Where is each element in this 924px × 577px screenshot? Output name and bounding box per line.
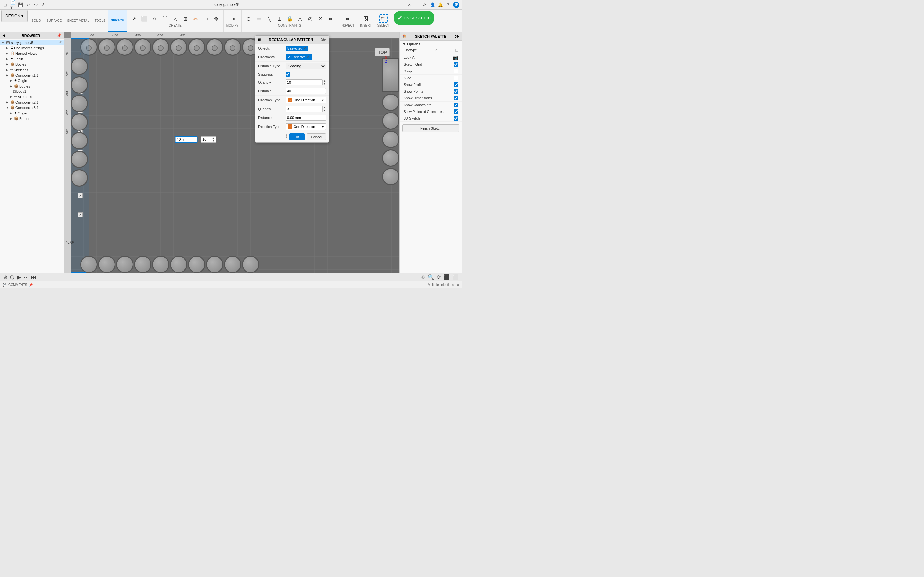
distance2-input[interactable]: 0.00 mm bbox=[286, 115, 326, 121]
orbit-btn[interactable]: ⟳ bbox=[436, 274, 441, 281]
tree-item-origin2[interactable]: ▶ ✦ Origin bbox=[0, 78, 64, 83]
finish-sketch-button[interactable]: ✔ FINISH SKETCH bbox=[394, 11, 435, 25]
tree-item-bodies[interactable]: ▶ 📦 Bodies bbox=[0, 61, 64, 67]
tree-item-body1[interactable]: □ Body1 bbox=[0, 89, 64, 94]
distance1-input[interactable]: 40 bbox=[286, 88, 326, 94]
move-tool[interactable]: ✥ bbox=[212, 14, 221, 23]
qty1-up-btn[interactable]: ▲ bbox=[323, 80, 326, 82]
display-mode-btn[interactable]: ⬜ bbox=[452, 274, 459, 281]
toolbar-solid[interactable]: SOLID bbox=[29, 10, 44, 32]
insert-btn1[interactable]: 🖼 bbox=[361, 14, 370, 23]
trim-tool[interactable]: ✂ bbox=[191, 14, 200, 23]
objects-clear-btn[interactable]: ✕ bbox=[303, 46, 306, 51]
suppress-checkbox[interactable] bbox=[286, 72, 290, 77]
pan-btn[interactable]: ✥ bbox=[420, 274, 426, 281]
rect2-tool[interactable]: ⊞ bbox=[181, 14, 190, 23]
tree-item-origin3[interactable]: ▶ ✦ Origin bbox=[0, 110, 64, 116]
line-tool[interactable]: ↗ bbox=[129, 14, 139, 23]
next-frame-btn[interactable]: ⏭ bbox=[23, 274, 29, 281]
constr-circ[interactable]: ◎ bbox=[306, 14, 315, 23]
constr-btn1[interactable]: ⊙ bbox=[244, 14, 253, 23]
distance-type-select[interactable]: Spacing bbox=[286, 63, 326, 69]
eye-icon-root[interactable]: 👁 bbox=[59, 41, 63, 44]
expand-icon[interactable]: ≫ bbox=[321, 37, 326, 42]
palette-expand-icon[interactable]: ≫ bbox=[455, 34, 459, 39]
look-at-icon[interactable]: 📷 bbox=[453, 55, 458, 60]
tree-item-sketches[interactable]: ▶ ✏ Sketches bbox=[0, 67, 64, 73]
circle-tool[interactable]: ○ bbox=[150, 14, 159, 23]
info-icon[interactable]: ℹ bbox=[286, 133, 288, 140]
redo-icon[interactable]: ↪ bbox=[33, 2, 39, 7]
browser-collapse-icon[interactable]: ◀ bbox=[3, 33, 5, 37]
linetype-prev-btn[interactable]: ‹ bbox=[435, 47, 437, 53]
show-profile-checkbox[interactable] bbox=[454, 82, 458, 87]
notification-icon[interactable]: 🔔 bbox=[438, 2, 443, 7]
show-dimensions-checkbox[interactable] bbox=[454, 96, 458, 100]
show-points-checkbox[interactable] bbox=[454, 89, 458, 93]
cancel-button[interactable]: Cancel bbox=[307, 133, 326, 140]
dir-type1-select[interactable]: → One Direction ▾ bbox=[286, 97, 326, 103]
sketch-area[interactable]: ↔ ↓ ✓ ✓ ✓ ✓ ✓ ✓ ✓ bbox=[71, 39, 399, 273]
tree-item-named-views[interactable]: ▶ 📋 Named Views bbox=[0, 51, 64, 56]
constr-btn3[interactable]: ╲ bbox=[265, 14, 274, 23]
select-btn1[interactable]: ⬚ bbox=[379, 14, 388, 23]
options-arrow[interactable]: ▼ bbox=[402, 42, 406, 46]
history2-icon[interactable]: ⟳ bbox=[422, 2, 427, 7]
prev-view-btn[interactable]: ⬡ bbox=[9, 274, 15, 281]
constr-arr[interactable]: ⇔ bbox=[326, 14, 335, 23]
toolbar-sheet-metal[interactable]: SHEET METAL bbox=[65, 10, 92, 32]
arc-tool[interactable]: ⌒ bbox=[160, 14, 170, 23]
qty-down-btn[interactable]: ▼ bbox=[212, 139, 215, 142]
qty-up-btn[interactable]: ▲ bbox=[212, 137, 215, 139]
tree-item-comp2[interactable]: ▶ 📦 Component2:1 bbox=[0, 99, 64, 105]
check-7[interactable]: ✓ bbox=[78, 212, 83, 218]
finish-sketch-side-button[interactable]: Finish Sketch bbox=[402, 124, 459, 132]
browser-pin-icon[interactable]: 📌 bbox=[57, 33, 61, 37]
history-icon[interactable]: ⏱ bbox=[41, 2, 46, 7]
toolbar-sketch[interactable]: SKETCH bbox=[108, 10, 127, 32]
tree-item-doc-settings[interactable]: ▶ ⚙ Document Settings bbox=[0, 45, 64, 51]
rect-tool[interactable]: ⬜ bbox=[140, 14, 149, 23]
inspect-btn1[interactable]: ⬌ bbox=[343, 14, 352, 23]
show-projected-checkbox[interactable] bbox=[454, 109, 458, 114]
ok-button[interactable]: OK bbox=[289, 133, 305, 140]
quantity-input[interactable]: 10 bbox=[202, 137, 212, 141]
tree-item-bodies2[interactable]: ▶ 📦 Bodies bbox=[0, 83, 64, 89]
new-tab-icon[interactable]: + bbox=[415, 2, 420, 7]
user-avatar[interactable]: JP bbox=[453, 2, 459, 8]
tree-item-bodies3[interactable]: ▶ 📦 Bodies bbox=[0, 116, 64, 121]
constr-lock[interactable]: 🔒 bbox=[285, 14, 294, 23]
dir-type2-select[interactable]: → One Direction ▾ bbox=[286, 123, 326, 130]
constr-btn2[interactable]: ═ bbox=[254, 14, 263, 23]
file-menu-icon[interactable]: 📄▾ bbox=[10, 2, 15, 7]
settings-gear-icon[interactable]: ⚙ bbox=[457, 283, 459, 287]
close-icon[interactable]: × bbox=[407, 2, 412, 7]
tree-item-root[interactable]: ▼ 🎮 sorry game v5 👁 bbox=[0, 40, 64, 45]
quantity1-input[interactable]: 10 bbox=[286, 79, 323, 85]
zoom-btn[interactable]: 🔍 bbox=[427, 274, 435, 281]
view-cube-btn[interactable]: ⬛ bbox=[443, 274, 451, 281]
directions-clear-btn[interactable]: ✕ bbox=[307, 55, 310, 59]
sketch-3d-checkbox[interactable] bbox=[454, 116, 458, 121]
zoom-fit-btn[interactable]: ⊕ bbox=[3, 274, 8, 281]
save-icon[interactable]: 💾 bbox=[18, 2, 23, 7]
tree-item-sketches2[interactable]: ▶ ✏ Sketches bbox=[0, 94, 64, 99]
quantity2-input[interactable]: 3 bbox=[286, 106, 323, 112]
app-menu-icon[interactable]: ⊞ bbox=[3, 2, 8, 7]
undo-icon[interactable]: ↩ bbox=[26, 2, 31, 7]
constr-x[interactable]: ✕ bbox=[316, 14, 325, 23]
snap-checkbox[interactable] bbox=[454, 69, 458, 73]
design-dropdown[interactable]: DESIGN ▾ bbox=[1, 10, 27, 23]
offset-tool[interactable]: ⊃ bbox=[202, 14, 210, 23]
constr-tri[interactable]: △ bbox=[296, 14, 304, 23]
help-icon[interactable]: ? bbox=[445, 2, 451, 7]
tree-item-origin[interactable]: ▶ ✦ Origin bbox=[0, 56, 64, 61]
modify-btn1[interactable]: ⇥ bbox=[228, 14, 237, 23]
sketch-grid-checkbox[interactable] bbox=[454, 62, 458, 67]
account-icon[interactable]: 👤 bbox=[430, 2, 435, 7]
toolbar-tools[interactable]: TOOLS bbox=[92, 10, 108, 32]
last-frame-btn[interactable]: ⏮ bbox=[31, 274, 37, 281]
tree-item-comp1[interactable]: ▶ 📦 Component1:1 bbox=[0, 73, 64, 78]
qty2-down-btn[interactable]: ▼ bbox=[323, 109, 326, 112]
play-btn[interactable]: ▶ bbox=[16, 274, 21, 281]
